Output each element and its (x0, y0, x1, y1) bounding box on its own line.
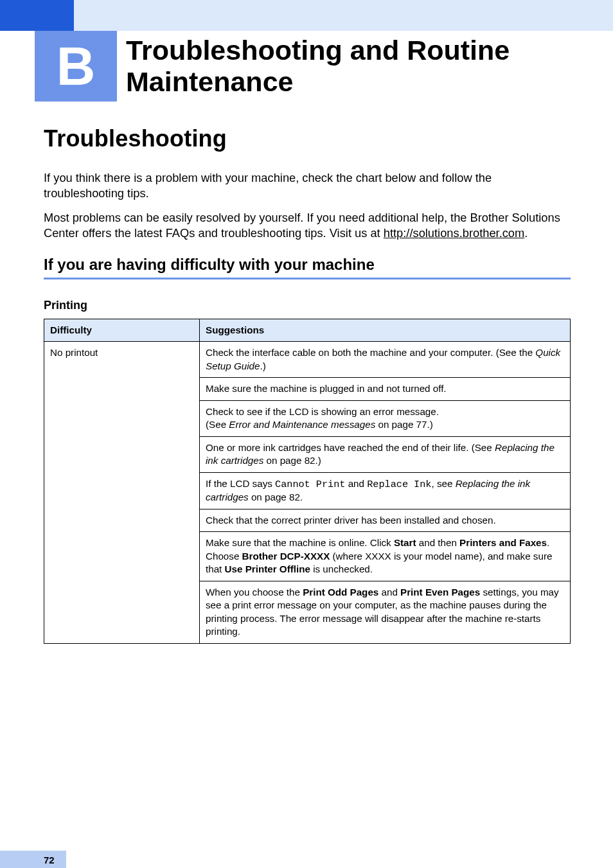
chapter-letter: B (57, 39, 96, 93)
intro-p2-after: . (524, 226, 528, 240)
text: Check the interface cable on both the ma… (206, 347, 535, 358)
footer-accent (0, 851, 66, 868)
bold-text: Print Even Pages (400, 587, 480, 598)
subsection-heading: If you are having difficulty with your m… (44, 256, 571, 274)
troubleshoot-table: Difficulty Suggestions No printout Check… (44, 319, 571, 644)
cell-suggestion: Check to see if the LCD is showing an er… (200, 400, 571, 436)
text: When you choose the (206, 587, 303, 598)
chapter-badge: B (35, 31, 117, 102)
italic-text: Error and Maintenance messages (229, 419, 375, 430)
page-header-accent (0, 0, 74, 31)
intro-paragraph-2: Most problems can be easily resolved by … (44, 210, 571, 241)
intro-paragraph-1: If you think there is a problem with you… (44, 170, 571, 201)
text: One or more ink cartridges have reached … (206, 442, 495, 453)
cell-suggestion: Make sure the machine is plugged in and … (200, 378, 571, 401)
page-content: Troubleshooting If you think there is a … (44, 125, 571, 644)
text: (See (206, 419, 229, 430)
text: .) (260, 360, 265, 371)
solutions-link[interactable]: http://solutions.brother.com (384, 226, 525, 240)
page-header-light (0, 0, 613, 31)
text: and (378, 587, 400, 598)
table-caption: Printing (44, 299, 571, 312)
text: and (345, 478, 367, 489)
text: on page 77.) (375, 419, 433, 430)
cell-difficulty: No printout (44, 342, 200, 644)
text: on page 82. (249, 492, 303, 502)
text: and then (416, 537, 460, 548)
bold-text: Use Printer Offline (225, 563, 310, 574)
table-row: No printout Check the interface cable on… (44, 342, 571, 378)
mono-text: Replace Ink (367, 479, 431, 490)
text: is unchecked. (310, 563, 373, 574)
text: Check to see if the LCD is showing an er… (206, 406, 439, 417)
chapter-title: Troubleshooting and Routine Maintenance (126, 35, 613, 98)
bold-text: Printers and Faxes (459, 537, 547, 548)
cell-suggestion: One or more ink cartridges have reached … (200, 436, 571, 472)
page-number: 72 (44, 855, 55, 865)
th-suggestions: Suggestions (200, 319, 571, 342)
cell-suggestion: Make sure that the machine is online. Cl… (200, 532, 571, 581)
mono-text: Cannot Print (275, 479, 345, 490)
cell-suggestion: If the LCD says Cannot Print and Replace… (200, 472, 571, 509)
section-heading: Troubleshooting (44, 125, 571, 152)
bold-text: Print Odd Pages (303, 587, 378, 598)
cell-suggestion: When you choose the Print Odd Pages and … (200, 581, 571, 643)
bold-text: Start (394, 537, 416, 548)
th-difficulty: Difficulty (44, 319, 200, 342)
text: , see (431, 478, 455, 489)
text: on page 82.) (263, 455, 321, 466)
text: Make sure that the machine is online. Cl… (206, 537, 394, 548)
cell-suggestion: Check that the correct printer driver ha… (200, 509, 571, 532)
subsection-underline (44, 278, 571, 279)
bold-text: Brother DCP-XXXX (242, 551, 330, 562)
cell-suggestion: Check the interface cable on both the ma… (200, 342, 571, 378)
text: If the LCD says (206, 478, 275, 489)
